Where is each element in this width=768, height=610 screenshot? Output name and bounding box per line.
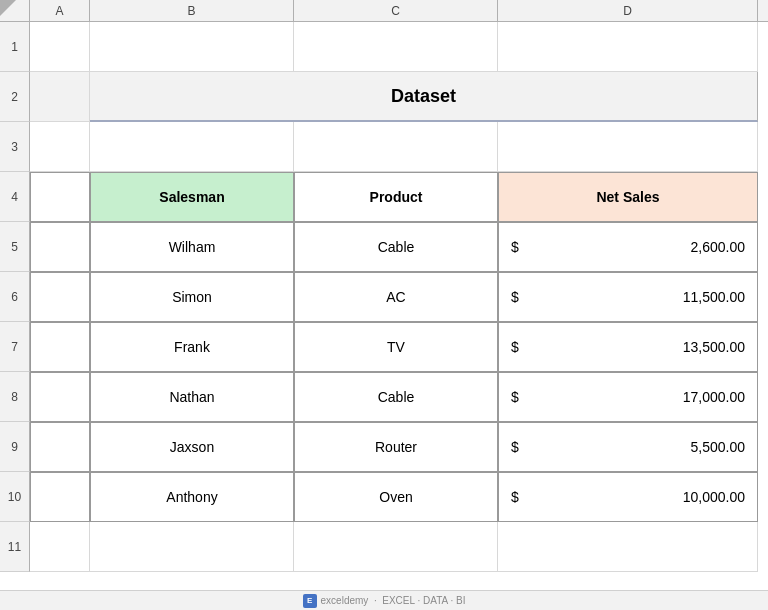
cell-d6-amount[interactable]: $ 11,500.00 <box>498 272 758 322</box>
watermark-icon: E <box>303 594 317 608</box>
row-8: 8 Nathan Cable $ 17,000.00 <box>0 372 768 422</box>
row-header-10: 10 <box>0 472 30 522</box>
cell-a2[interactable] <box>30 72 90 122</box>
row-header-11: 11 <box>0 522 30 572</box>
cell-b5-salesman[interactable]: Wilham <box>90 222 294 272</box>
currency-symbol-9: $ <box>511 439 519 455</box>
cell-c5-product[interactable]: Cable <box>294 222 498 272</box>
row-header-3: 3 <box>0 122 30 172</box>
header-salesman[interactable]: Salesman <box>90 172 294 222</box>
cell-b3[interactable] <box>90 122 294 172</box>
row-5: 5 Wilham Cable $ 2,600.00 <box>0 222 768 272</box>
cell-d7-amount[interactable]: $ 13,500.00 <box>498 322 758 372</box>
row-7: 7 Frank TV $ 13,500.00 <box>0 322 768 372</box>
currency-symbol-5: $ <box>511 239 519 255</box>
amount-8: 17,000.00 <box>683 389 745 405</box>
cell-a4[interactable] <box>30 172 90 222</box>
currency-symbol-7: $ <box>511 339 519 355</box>
cell-d5-amount[interactable]: $ 2,600.00 <box>498 222 758 272</box>
cell-c7-product[interactable]: TV <box>294 322 498 372</box>
cell-a9[interactable] <box>30 422 90 472</box>
row-header-7: 7 <box>0 322 30 372</box>
svg-marker-0 <box>0 0 16 16</box>
row-11: 11 <box>0 522 768 572</box>
cell-c3[interactable] <box>294 122 498 172</box>
cell-a1[interactable] <box>30 22 90 72</box>
cell-a10[interactable] <box>30 472 90 522</box>
cell-a6[interactable] <box>30 272 90 322</box>
currency-symbol-6: $ <box>511 289 519 305</box>
cell-d1[interactable] <box>498 22 758 72</box>
header-product[interactable]: Product <box>294 172 498 222</box>
row-header-9: 9 <box>0 422 30 472</box>
cell-b1[interactable] <box>90 22 294 72</box>
header-netsales[interactable]: Net Sales <box>498 172 758 222</box>
col-header-b[interactable]: B <box>90 0 294 21</box>
corner-cell <box>0 0 30 22</box>
cell-c1[interactable] <box>294 22 498 72</box>
col-header-d[interactable]: D <box>498 0 758 21</box>
row-3: 3 <box>0 122 768 172</box>
cell-a7[interactable] <box>30 322 90 372</box>
amount-9: 5,500.00 <box>691 439 746 455</box>
row-header-6: 6 <box>0 272 30 322</box>
column-headers: A B C D <box>0 0 768 22</box>
cell-c6-product[interactable]: AC <box>294 272 498 322</box>
watermark-bar: E exceldemy · EXCEL · DATA · BI <box>0 590 768 610</box>
cell-d3[interactable] <box>498 122 758 172</box>
row-6: 6 Simon AC $ 11,500.00 <box>0 272 768 322</box>
cell-a5[interactable] <box>30 222 90 272</box>
cell-a8[interactable] <box>30 372 90 422</box>
cell-b10-salesman[interactable]: Anthony <box>90 472 294 522</box>
spreadsheet: A B C D 1 2 Dataset 3 4 <box>0 0 768 610</box>
amount-10: 10,000.00 <box>683 489 745 505</box>
row-header-2: 2 <box>0 72 30 122</box>
cell-a11[interactable] <box>30 522 90 572</box>
row-header-5: 5 <box>0 222 30 272</box>
row-1: 1 <box>0 22 768 72</box>
cell-b9-salesman[interactable]: Jaxson <box>90 422 294 472</box>
col-header-a[interactable]: A <box>30 0 90 21</box>
cell-d10-amount[interactable]: $ 10,000.00 <box>498 472 758 522</box>
row-10: 10 Anthony Oven $ 10,000.00 <box>0 472 768 522</box>
rows-area: 1 2 Dataset 3 4 Salesman Product Net Sal <box>0 22 768 590</box>
col-header-c[interactable]: C <box>294 0 498 21</box>
dataset-title[interactable]: Dataset <box>90 72 758 122</box>
watermark-text: exceldemy · EXCEL · DATA · BI <box>321 595 466 606</box>
row-4-headers: 4 Salesman Product Net Sales <box>0 172 768 222</box>
cell-b11[interactable] <box>90 522 294 572</box>
cell-b8-salesman[interactable]: Nathan <box>90 372 294 422</box>
row-9: 9 Jaxson Router $ 5,500.00 <box>0 422 768 472</box>
amount-6: 11,500.00 <box>683 289 745 305</box>
amount-5: 2,600.00 <box>691 239 746 255</box>
cell-c11[interactable] <box>294 522 498 572</box>
currency-symbol-8: $ <box>511 389 519 405</box>
amount-7: 13,500.00 <box>683 339 745 355</box>
row-header-4: 4 <box>0 172 30 222</box>
cell-a3[interactable] <box>30 122 90 172</box>
cell-d9-amount[interactable]: $ 5,500.00 <box>498 422 758 472</box>
row-header-1: 1 <box>0 22 30 72</box>
cell-d8-amount[interactable]: $ 17,000.00 <box>498 372 758 422</box>
cell-c10-product[interactable]: Oven <box>294 472 498 522</box>
row-header-8: 8 <box>0 372 30 422</box>
cell-d11[interactable] <box>498 522 758 572</box>
cell-c8-product[interactable]: Cable <box>294 372 498 422</box>
row-2: 2 Dataset <box>0 72 768 122</box>
cell-c9-product[interactable]: Router <box>294 422 498 472</box>
cell-b6-salesman[interactable]: Simon <box>90 272 294 322</box>
cell-b7-salesman[interactable]: Frank <box>90 322 294 372</box>
currency-symbol-10: $ <box>511 489 519 505</box>
